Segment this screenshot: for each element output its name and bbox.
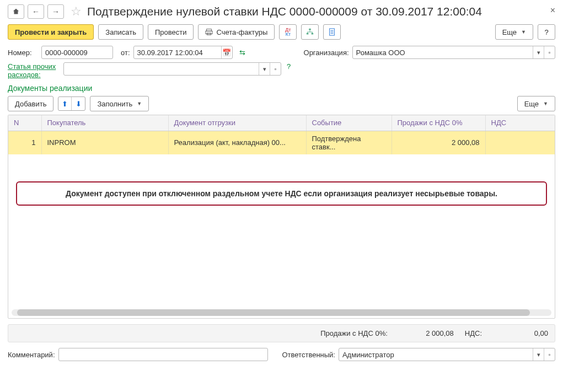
favorite-star-icon[interactable]: ☆ bbox=[71, 4, 82, 19]
back-button[interactable]: ← bbox=[28, 4, 44, 19]
invoices-button[interactable]: Счета-фактуры bbox=[198, 24, 275, 40]
fill-button[interactable]: Заполнить▼ bbox=[90, 96, 149, 111]
dropdown-icon[interactable]: ▾ bbox=[533, 46, 544, 58]
calendar-icon[interactable]: 📅 bbox=[221, 46, 232, 58]
svg-rect-0 bbox=[207, 29, 212, 31]
tree-icon bbox=[306, 28, 314, 36]
totals-sales-value: 2 000,08 bbox=[399, 329, 454, 337]
date-input[interactable]: 30.09.2017 12:00:04 📅 bbox=[133, 46, 233, 59]
number-label: Номер: bbox=[8, 49, 38, 57]
dtkt-button[interactable]: ДтКт bbox=[279, 24, 297, 40]
expense-label[interactable]: Статья прочих расходов: bbox=[8, 62, 60, 79]
grid-container: N Покупатель Документ отгрузки Событие П… bbox=[8, 115, 555, 319]
responsible-input[interactable]: Администратор ▾ ▫ bbox=[339, 348, 555, 361]
chevron-down-icon: ▼ bbox=[543, 101, 548, 106]
help-hint-icon[interactable]: ? bbox=[287, 62, 291, 71]
dropdown-icon[interactable]: ▾ bbox=[533, 348, 544, 361]
comment-input[interactable] bbox=[58, 348, 268, 361]
move-rows: ⬆ ⬇ bbox=[58, 96, 85, 111]
home-icon bbox=[12, 8, 20, 15]
svg-rect-1 bbox=[206, 31, 212, 34]
save-button[interactable]: Записать bbox=[98, 24, 143, 40]
chevron-down-icon: ▼ bbox=[521, 29, 526, 35]
arrow-right-icon: → bbox=[52, 7, 60, 16]
cell-event: Подтверждена ставк... bbox=[306, 131, 392, 154]
report-button[interactable] bbox=[323, 24, 341, 40]
cell-shipment: Реализация (акт, накладная) 00... bbox=[168, 131, 306, 154]
chevron-down-icon: ▼ bbox=[137, 101, 142, 106]
col-n[interactable]: N bbox=[8, 115, 41, 131]
cell-vat bbox=[485, 131, 555, 154]
org-label: Организация: bbox=[304, 49, 349, 57]
open-icon[interactable]: ▫ bbox=[544, 46, 555, 58]
more-button[interactable]: Еще▼ bbox=[495, 24, 533, 40]
documents-table[interactable]: N Покупатель Документ отгрузки Событие П… bbox=[8, 115, 555, 154]
horizontal-scrollbar[interactable] bbox=[12, 309, 551, 316]
svg-rect-5 bbox=[312, 33, 314, 35]
printer-icon bbox=[205, 28, 213, 36]
close-icon[interactable]: × bbox=[550, 6, 555, 15]
post-and-close-button[interactable]: Провести и закрыть bbox=[8, 24, 94, 40]
svg-rect-3 bbox=[309, 29, 312, 30]
number-input[interactable]: 0000-000009 bbox=[41, 46, 113, 59]
page-title: Подтверждение нулевой ставки НДС 0000-00… bbox=[87, 5, 482, 18]
cell-sales0: 2 000,08 bbox=[392, 131, 485, 154]
help-button[interactable]: ? bbox=[538, 24, 555, 40]
col-event[interactable]: Событие bbox=[306, 115, 392, 131]
move-down-button[interactable]: ⬇ bbox=[72, 97, 85, 110]
open-icon[interactable]: ▫ bbox=[544, 348, 555, 361]
document-icon bbox=[328, 28, 336, 36]
date-label: от: bbox=[121, 49, 130, 57]
table-more-button[interactable]: Еще▼ bbox=[517, 96, 555, 111]
section-title: Документы реализации bbox=[0, 80, 563, 94]
post-button[interactable]: Провести bbox=[148, 24, 194, 40]
totals-bar: Продажи с НДС 0%: 2 000,08 НДС: 0,00 bbox=[8, 324, 555, 342]
move-up-button[interactable]: ⬆ bbox=[58, 97, 72, 110]
info-banner: Документ доступен при отключенном раздел… bbox=[16, 181, 547, 206]
cell-n: 1 bbox=[8, 131, 41, 154]
structure-button[interactable] bbox=[301, 24, 319, 40]
expense-input[interactable]: ▾ ▫ bbox=[63, 62, 281, 76]
totals-vat-value: 0,00 bbox=[493, 329, 548, 337]
svg-rect-4 bbox=[307, 33, 309, 35]
comment-label: Комментарий: bbox=[8, 351, 55, 359]
totals-sales-label: Продажи с НДС 0%: bbox=[320, 329, 388, 337]
col-vat[interactable]: НДС bbox=[485, 115, 555, 131]
totals-vat-label: НДС: bbox=[465, 329, 482, 337]
dtkt-icon: ДтКт bbox=[285, 28, 291, 36]
table-row[interactable]: 1 INPROM Реализация (акт, накладная) 00.… bbox=[8, 131, 555, 154]
col-sales0[interactable]: Продажи с НДС 0% bbox=[392, 115, 485, 131]
col-buyer[interactable]: Покупатель bbox=[41, 115, 168, 131]
cell-buyer: INPROM bbox=[41, 131, 168, 154]
refresh-icon[interactable]: ⇆ bbox=[239, 49, 245, 57]
arrow-left-icon: ← bbox=[32, 7, 40, 16]
add-row-button[interactable]: Добавить bbox=[8, 96, 53, 111]
org-input[interactable]: Ромашка ООО ▾ ▫ bbox=[352, 46, 555, 59]
table-header-row: N Покупатель Документ отгрузки Событие П… bbox=[8, 115, 555, 131]
open-icon[interactable]: ▫ bbox=[270, 63, 281, 75]
col-shipment[interactable]: Документ отгрузки bbox=[168, 115, 306, 131]
home-button[interactable] bbox=[8, 4, 24, 19]
responsible-label: Ответственный: bbox=[282, 351, 335, 359]
forward-button[interactable]: → bbox=[47, 4, 64, 19]
dropdown-icon[interactable]: ▾ bbox=[259, 63, 270, 75]
